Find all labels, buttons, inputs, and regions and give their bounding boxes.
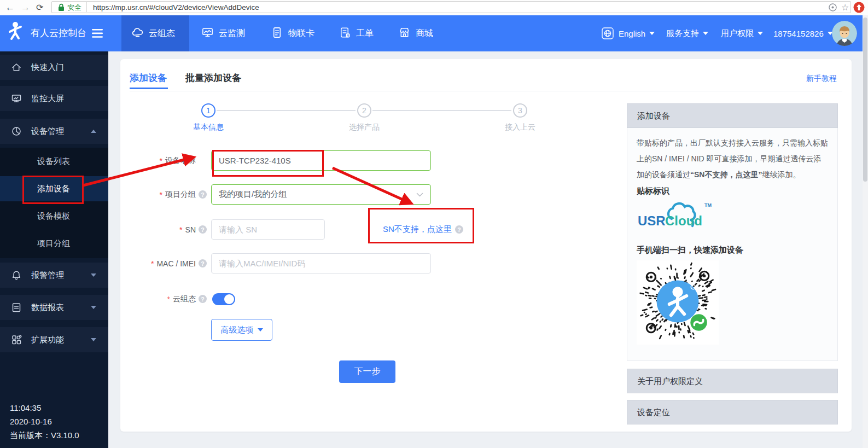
secure-label: 安全	[67, 0, 81, 15]
extension-icon[interactable]	[853, 2, 865, 15]
language-label: English	[619, 29, 645, 38]
sidebar-item-big-screen[interactable]: 监控大屏	[0, 86, 108, 111]
chevron-down-icon	[416, 193, 423, 197]
sidebar-item-label: 监控大屏	[31, 94, 64, 104]
required-mark: *	[160, 190, 162, 199]
helper-panel-permission-header[interactable]: 关于用户权限定义	[627, 369, 838, 393]
globe-icon	[602, 27, 614, 39]
step-circle-3: 3	[513, 103, 527, 118]
sidebar-item-project-group[interactable]: 项目分组	[0, 231, 108, 256]
help-icon[interactable]: ?	[199, 259, 207, 267]
qr-code	[637, 260, 719, 345]
bookmark-star-icon[interactable]: ☆	[841, 0, 849, 15]
big-screen-icon	[11, 93, 22, 104]
account-label: 18754152826	[773, 29, 824, 38]
sn-input[interactable]	[211, 219, 325, 240]
apps-grid-icon	[11, 334, 22, 345]
required-mark: *	[160, 156, 162, 165]
lock-icon	[58, 3, 65, 14]
step-label-select-product: 选择产品	[345, 123, 383, 132]
svg-text:TM: TM	[704, 202, 712, 208]
label-text: 设备名称	[165, 156, 196, 166]
account-menu[interactable]: 18754152826	[773, 15, 833, 51]
sn-label: * SN ?	[109, 219, 207, 240]
advanced-options-button[interactable]: 高级选项	[211, 319, 272, 341]
help-icon[interactable]: ?	[455, 225, 463, 234]
step-connector	[217, 110, 356, 111]
project-group-select[interactable]: 我的项目/我的分组	[211, 184, 431, 205]
helper-panel-add-device-header[interactable]: 添加设备	[627, 103, 838, 128]
browser-forward-icon[interactable]: →	[21, 0, 30, 15]
sidebar-item-extensions[interactable]: 扩展功能	[0, 327, 108, 352]
sidebar-item-label: 快速入门	[31, 62, 64, 73]
avatar[interactable]	[832, 21, 857, 48]
scrollbar-thumb[interactable]	[863, 18, 867, 182]
svg-text:Cloud: Cloud	[665, 213, 702, 228]
mac-imei-input[interactable]	[211, 253, 431, 274]
cloud-icon	[131, 26, 144, 41]
nav-item-label: 工单	[356, 28, 374, 39]
mac-imei-label: * MAC / IMEI ?	[109, 253, 207, 274]
project-group-label: * 项目分组 ?	[109, 184, 207, 205]
help-icon[interactable]: ?	[199, 225, 207, 234]
tab-add-device[interactable]: 添加设备	[130, 72, 167, 84]
label-text: 项目分组	[165, 190, 196, 200]
required-mark: *	[167, 295, 170, 304]
url-text[interactable]: https://mp.usr.cn/#/cloudV2/device/ViewA…	[93, 0, 259, 15]
sidebar-item-label: 报警管理	[31, 270, 64, 281]
nav-item-cloud-scada[interactable]: 云组态	[131, 15, 175, 51]
paragraph-bold-text: “SN不支持，点这里”	[690, 170, 762, 179]
monitor-icon	[201, 26, 214, 41]
chevron-down-icon	[91, 274, 96, 277]
tab-batch-add-device[interactable]: 批量添加设备	[185, 72, 241, 84]
step-connector	[372, 110, 511, 111]
report-icon	[11, 302, 22, 313]
sidebar-item-data-report[interactable]: 数据报表	[0, 295, 108, 320]
toggle-knob	[224, 294, 234, 304]
sidebar-item-add-device[interactable]: 添加设备	[0, 176, 108, 201]
permission-menu[interactable]: 用户权限	[721, 15, 763, 51]
tutorial-link[interactable]: 新手教程	[806, 74, 837, 84]
support-label: 服务支持	[666, 28, 699, 39]
hamburger-menu-icon[interactable]	[92, 29, 103, 40]
sidebar-item-device-list[interactable]: 设备列表	[0, 149, 108, 174]
sn-not-supported-link[interactable]: SN不支持，点这里	[383, 224, 452, 235]
sidebar-submenu: 设备列表 添加设备 设备模板 项目分组	[0, 148, 108, 258]
usr-cloud-logo: USR Cloud TM	[638, 199, 714, 232]
required-mark: *	[151, 259, 154, 268]
permission-label: 用户权限	[721, 28, 754, 39]
brand-title[interactable]: 有人云控制台	[31, 15, 86, 51]
sidebar-item-device-management[interactable]: 设备管理	[0, 119, 108, 144]
sidebar-item-quick-start[interactable]: 快速入门	[0, 55, 108, 80]
help-icon[interactable]: ?	[199, 190, 207, 199]
nav-item-label: 商城	[416, 28, 433, 39]
clock-time: 11:04:35	[10, 403, 41, 412]
browser-back-icon[interactable]: ←	[5, 0, 15, 15]
nav-item-iot-card[interactable]: 物联卡	[271, 15, 314, 51]
tab-divider	[130, 91, 842, 91]
scan-qr-title: 手机端扫一扫，快速添加设备	[637, 245, 743, 255]
reader-mode-icon[interactable]	[828, 3, 837, 14]
language-switcher[interactable]: English	[602, 15, 655, 51]
browser-reload-icon[interactable]: ⟳	[36, 0, 43, 15]
device-name-input[interactable]	[211, 150, 431, 171]
device-name-label: * 设备名称	[109, 150, 196, 171]
cloud-scada-label: * 云组态 ?	[109, 289, 207, 309]
nav-item-label: 物联卡	[288, 28, 314, 39]
usr-mascot-logo-icon[interactable]	[7, 20, 23, 48]
helper-panel-location-header[interactable]: 设备定位	[627, 400, 838, 424]
support-menu[interactable]: 服务支持	[666, 15, 708, 51]
nav-item-mall[interactable]: 商城	[398, 15, 433, 51]
chevron-down-icon	[258, 328, 263, 331]
sidebar: 快速入门 监控大屏 设备管理 设备列表 添加设备 设备模板 项目分组 报警管理 …	[0, 51, 108, 448]
next-step-button[interactable]: 下一步	[339, 360, 395, 383]
screen: ← → ⟳ 安全 https://mp.usr.cn/#/cloudV2/dev…	[0, 0, 868, 448]
nav-item-cloud-monitor[interactable]: 云监测	[201, 15, 245, 51]
sidebar-item-device-template[interactable]: 设备模板	[0, 203, 108, 229]
chevron-down-icon	[703, 32, 708, 35]
sidebar-item-alarm-management[interactable]: 报警管理	[0, 263, 108, 288]
help-icon[interactable]: ?	[199, 295, 207, 303]
cloud-scada-toggle[interactable]	[212, 293, 235, 305]
nav-item-work-order[interactable]: 工单	[339, 15, 374, 51]
label-text: SN	[185, 225, 196, 234]
